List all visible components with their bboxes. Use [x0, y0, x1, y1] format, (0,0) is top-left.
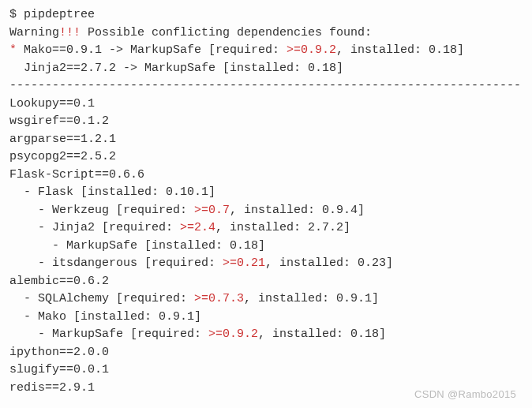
terminal-prompt-line: $ pipdeptree	[9, 6, 523, 24]
dep-line: ipython==2.0.0	[9, 344, 523, 362]
dep-line: - Flask [installed: 0.10.1]	[9, 184, 523, 202]
warning-bang: !!!	[59, 26, 81, 39]
dep-line: - Werkzeug [required: >=0.7, installed: …	[9, 202, 523, 220]
warning-text: Possible conflicting dependencies found:	[81, 26, 372, 39]
version-req: >=2.4	[180, 221, 215, 234]
dep-line: - Jinja2 [required: >=2.4, installed: 2.…	[9, 219, 523, 238]
conflict-text: Mako==0.9.1 -> MarkupSafe [required:	[24, 43, 287, 57]
dep-text: - SQLAlchemy [required:	[9, 292, 194, 305]
dep-line: alembic==0.6.2	[9, 273, 523, 291]
command: pipdeptree	[24, 8, 95, 21]
dep-text: , installed: 2.7.2]	[215, 221, 350, 234]
conflict-line-1: * Mako==0.9.1 -> MarkupSafe [required: >…	[9, 42, 523, 60]
dep-text: - MarkupSafe [required:	[9, 328, 208, 341]
version-req: >=0.9.2	[208, 328, 258, 341]
version-req: >=0.9.2	[287, 43, 336, 57]
version-req: >=0.7.3	[194, 292, 244, 305]
dep-text: - Jinja2 [required:	[9, 221, 180, 234]
warning-prefix: Warning	[9, 26, 59, 39]
dep-text: , installed: 0.9.1]	[244, 292, 379, 305]
dep-line: Lookupy==0.1	[9, 95, 523, 114]
conflict-text: , installed: 0.18]	[336, 43, 464, 57]
dep-line: Flask-Script==0.6.6	[9, 167, 523, 185]
dep-line: wsgiref==0.1.2	[9, 113, 523, 131]
dep-line: - MarkupSafe [required: >=0.9.2, install…	[9, 326, 523, 344]
dep-line: - MarkupSafe [installed: 0.18]	[9, 238, 523, 256]
dep-line: slugify==0.0.1	[9, 361, 523, 380]
version-req: >=0.21	[223, 256, 265, 270]
dep-text: , installed: 0.9.4]	[230, 204, 365, 217]
watermark: CSDN @Rambo2015	[414, 387, 516, 402]
dep-text: , installed: 0.18]	[258, 328, 386, 341]
separator: ----------------------------------------…	[9, 77, 523, 95]
prompt: $	[9, 8, 24, 21]
dep-line: psycopg2==2.5.2	[9, 148, 523, 167]
version-req: >=0.7	[194, 204, 230, 217]
conflict-marker: *	[9, 43, 24, 57]
dep-text: - itsdangerous [required:	[9, 256, 223, 270]
dep-text: , installed: 0.23]	[265, 256, 393, 270]
dep-line: - SQLAlchemy [required: >=0.7.3, install…	[9, 290, 523, 309]
conflict-line-2: Jinja2==2.7.2 -> MarkupSafe [installed: …	[9, 60, 523, 78]
dep-line: argparse==1.2.1	[9, 131, 523, 149]
dep-line: - itsdangerous [required: >=0.21, instal…	[9, 255, 523, 273]
dep-line: - Mako [installed: 0.9.1]	[9, 309, 523, 327]
dep-text: - Werkzeug [required:	[9, 204, 194, 217]
warning-line: Warning!!! Possible conflicting dependen…	[9, 24, 523, 43]
